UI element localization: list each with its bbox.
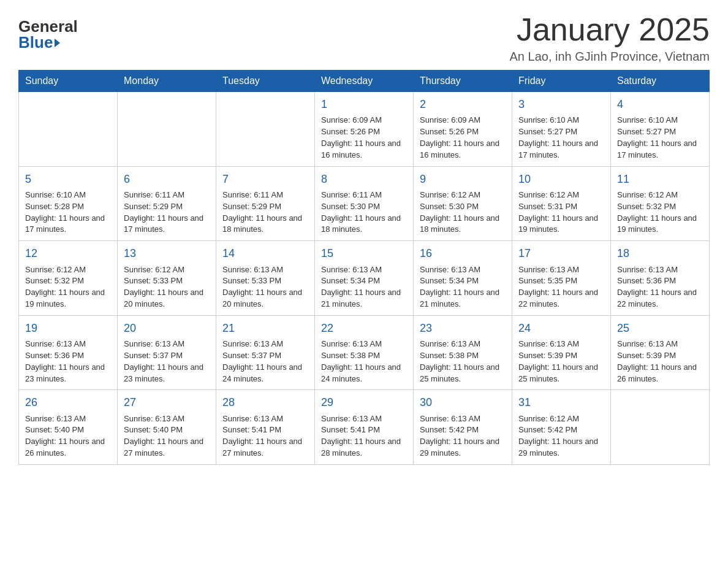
calendar-cell: 28Sunrise: 6:13 AM Sunset: 5:41 PM Dayli… [216,390,315,465]
day-info: Sunrise: 6:13 AM Sunset: 5:42 PM Dayligh… [420,413,506,459]
day-info: Sunrise: 6:13 AM Sunset: 5:40 PM Dayligh… [25,413,111,459]
day-number: 3 [518,97,604,112]
day-number: 29 [321,395,407,410]
day-info: Sunrise: 6:13 AM Sunset: 5:38 PM Dayligh… [321,339,407,385]
day-number: 19 [25,321,111,336]
calendar-cell: 17Sunrise: 6:13 AM Sunset: 5:35 PM Dayli… [512,241,611,316]
day-number: 12 [25,246,111,261]
header-day-saturday: Saturday [611,71,710,92]
day-number: 15 [321,246,407,261]
calendar-cell: 19Sunrise: 6:13 AM Sunset: 5:36 PM Dayli… [19,315,118,390]
week-row-4: 19Sunrise: 6:13 AM Sunset: 5:36 PM Dayli… [19,315,710,390]
page-header: General Blue January 2025 An Lao, inh GJ… [18,12,710,64]
header-day-wednesday: Wednesday [315,71,414,92]
logo-arrow-icon [55,39,60,47]
calendar-cell: 12Sunrise: 6:12 AM Sunset: 5:32 PM Dayli… [19,241,118,316]
calendar-table: SundayMondayTuesdayWednesdayThursdayFrid… [18,70,710,465]
day-info: Sunrise: 6:13 AM Sunset: 5:34 PM Dayligh… [321,264,407,310]
header-day-friday: Friday [512,71,611,92]
calendar-cell: 8Sunrise: 6:11 AM Sunset: 5:30 PM Daylig… [315,166,414,241]
day-number: 28 [222,395,308,410]
calendar-cell: 16Sunrise: 6:13 AM Sunset: 5:34 PM Dayli… [414,241,512,316]
day-number: 5 [25,172,111,187]
calendar-cell [118,92,216,167]
day-info: Sunrise: 6:12 AM Sunset: 5:32 PM Dayligh… [617,190,703,236]
day-number: 9 [420,172,506,187]
calendar-cell: 14Sunrise: 6:13 AM Sunset: 5:33 PM Dayli… [216,241,315,316]
week-row-2: 5Sunrise: 6:10 AM Sunset: 5:28 PM Daylig… [19,166,710,241]
day-number: 11 [617,172,703,187]
calendar-cell: 21Sunrise: 6:13 AM Sunset: 5:37 PM Dayli… [216,315,315,390]
calendar-cell: 23Sunrise: 6:13 AM Sunset: 5:38 PM Dayli… [414,315,512,390]
day-number: 18 [617,246,703,261]
day-info: Sunrise: 6:11 AM Sunset: 5:30 PM Dayligh… [321,190,407,236]
day-number: 22 [321,321,407,336]
calendar-cell: 6Sunrise: 6:11 AM Sunset: 5:29 PM Daylig… [118,166,216,241]
day-info: Sunrise: 6:13 AM Sunset: 5:40 PM Dayligh… [124,413,210,459]
day-info: Sunrise: 6:13 AM Sunset: 5:34 PM Dayligh… [420,264,506,310]
calendar-cell: 31Sunrise: 6:12 AM Sunset: 5:42 PM Dayli… [512,390,611,465]
week-row-1: 1Sunrise: 6:09 AM Sunset: 5:26 PM Daylig… [19,92,710,167]
calendar-cell [216,92,315,167]
day-number: 24 [518,321,604,336]
day-info: Sunrise: 6:11 AM Sunset: 5:29 PM Dayligh… [222,190,308,236]
day-number: 27 [124,395,210,410]
day-info: Sunrise: 6:13 AM Sunset: 5:41 PM Dayligh… [222,413,308,459]
day-number: 10 [518,172,604,187]
day-number: 14 [222,246,308,261]
calendar-cell: 18Sunrise: 6:13 AM Sunset: 5:36 PM Dayli… [611,241,710,316]
calendar-cell [19,92,118,167]
day-info: Sunrise: 6:13 AM Sunset: 5:36 PM Dayligh… [617,264,703,310]
day-info: Sunrise: 6:13 AM Sunset: 5:41 PM Dayligh… [321,413,407,459]
day-number: 21 [222,321,308,336]
calendar-cell: 2Sunrise: 6:09 AM Sunset: 5:26 PM Daylig… [414,92,512,167]
day-info: Sunrise: 6:12 AM Sunset: 5:33 PM Dayligh… [124,264,210,310]
day-info: Sunrise: 6:11 AM Sunset: 5:29 PM Dayligh… [124,190,210,236]
day-number: 30 [420,395,506,410]
day-number: 1 [321,97,407,112]
day-number: 20 [124,321,210,336]
calendar-cell: 27Sunrise: 6:13 AM Sunset: 5:40 PM Dayli… [118,390,216,465]
day-info: Sunrise: 6:12 AM Sunset: 5:31 PM Dayligh… [518,190,604,236]
day-info: Sunrise: 6:12 AM Sunset: 5:42 PM Dayligh… [518,413,604,459]
calendar-cell: 30Sunrise: 6:13 AM Sunset: 5:42 PM Dayli… [414,390,512,465]
day-info: Sunrise: 6:13 AM Sunset: 5:37 PM Dayligh… [124,339,210,385]
day-number: 23 [420,321,506,336]
day-number: 13 [124,246,210,261]
day-info: Sunrise: 6:13 AM Sunset: 5:36 PM Dayligh… [25,339,111,385]
week-row-5: 26Sunrise: 6:13 AM Sunset: 5:40 PM Dayli… [19,390,710,465]
calendar-cell: 24Sunrise: 6:13 AM Sunset: 5:39 PM Dayli… [512,315,611,390]
calendar-cell: 13Sunrise: 6:12 AM Sunset: 5:33 PM Dayli… [118,241,216,316]
day-number: 4 [617,97,703,112]
day-number: 8 [321,172,407,187]
week-row-3: 12Sunrise: 6:12 AM Sunset: 5:32 PM Dayli… [19,241,710,316]
header-row: SundayMondayTuesdayWednesdayThursdayFrid… [19,71,710,92]
day-info: Sunrise: 6:12 AM Sunset: 5:32 PM Dayligh… [25,264,111,310]
day-number: 2 [420,97,506,112]
calendar-cell: 4Sunrise: 6:10 AM Sunset: 5:27 PM Daylig… [611,92,710,167]
month-title: January 2025 [510,12,710,47]
day-info: Sunrise: 6:13 AM Sunset: 5:33 PM Dayligh… [222,264,308,310]
logo-general-text: General [18,18,78,34]
day-number: 25 [617,321,703,336]
calendar-cell: 20Sunrise: 6:13 AM Sunset: 5:37 PM Dayli… [118,315,216,390]
calendar-cell: 5Sunrise: 6:10 AM Sunset: 5:28 PM Daylig… [19,166,118,241]
day-info: Sunrise: 6:10 AM Sunset: 5:27 PM Dayligh… [518,115,604,161]
header-day-monday: Monday [118,71,216,92]
calendar-cell: 29Sunrise: 6:13 AM Sunset: 5:41 PM Dayli… [315,390,414,465]
day-number: 26 [25,395,111,410]
calendar-cell: 15Sunrise: 6:13 AM Sunset: 5:34 PM Dayli… [315,241,414,316]
logo-blue-text: Blue [18,34,78,50]
calendar-cell [611,390,710,465]
logo: General Blue [18,12,78,50]
location-subtitle: An Lao, inh GJinh Province, Vietnam [510,50,710,64]
day-info: Sunrise: 6:09 AM Sunset: 5:26 PM Dayligh… [420,115,506,161]
day-info: Sunrise: 6:10 AM Sunset: 5:28 PM Dayligh… [25,190,111,236]
day-number: 16 [420,246,506,261]
day-info: Sunrise: 6:13 AM Sunset: 5:38 PM Dayligh… [420,339,506,385]
calendar-body: 1Sunrise: 6:09 AM Sunset: 5:26 PM Daylig… [19,92,710,465]
day-number: 17 [518,246,604,261]
day-info: Sunrise: 6:13 AM Sunset: 5:35 PM Dayligh… [518,264,604,310]
calendar-cell: 1Sunrise: 6:09 AM Sunset: 5:26 PM Daylig… [315,92,414,167]
calendar-cell: 9Sunrise: 6:12 AM Sunset: 5:30 PM Daylig… [414,166,512,241]
